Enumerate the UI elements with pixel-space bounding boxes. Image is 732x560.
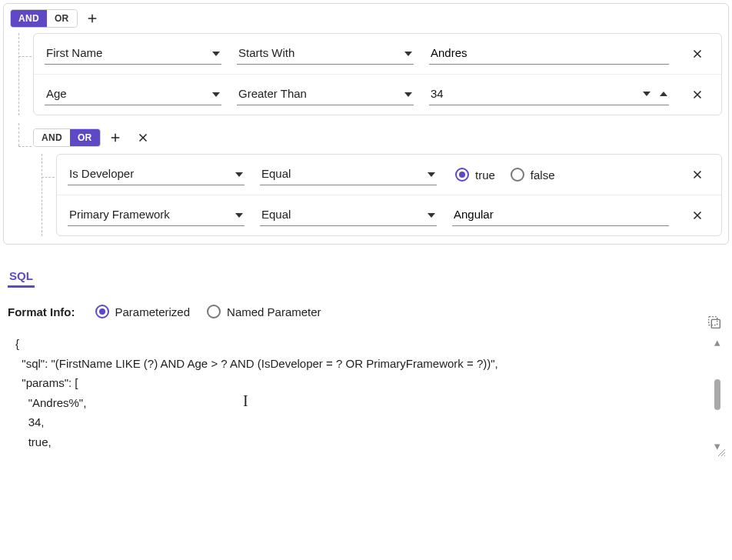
chevron-down-icon xyxy=(235,213,243,218)
nested-operator-toggle: AND OR xyxy=(33,128,101,147)
nested-group: AND OR xyxy=(33,123,722,236)
chevron-down-icon xyxy=(404,52,412,56)
operator-select-equal[interactable]: Equal xyxy=(260,164,437,185)
chevron-down-icon xyxy=(428,213,435,218)
tree-connector xyxy=(33,154,56,236)
value-input-text[interactable] xyxy=(452,205,669,226)
nested-add-button[interactable] xyxy=(102,128,128,148)
remove-condition-button[interactable] xyxy=(684,85,710,105)
rules-block: Is Developer Equal xyxy=(56,154,722,236)
nested-and-button[interactable]: AND xyxy=(34,129,70,146)
condition-row: Age Greater Than 34 xyxy=(34,75,721,115)
bool-true-radio[interactable]: true xyxy=(455,168,495,182)
nested-remove-group-button[interactable] xyxy=(130,128,156,148)
field-value: Primary Framework xyxy=(69,208,170,221)
format-info-row: Format Info: Parameterized Named Paramet… xyxy=(8,305,724,318)
output-tab-sql[interactable]: SQL xyxy=(8,266,35,288)
tree-connector xyxy=(10,33,33,115)
condition-row: Is Developer Equal xyxy=(57,155,721,195)
close-icon xyxy=(690,208,704,222)
operator-value: Equal xyxy=(261,167,291,180)
spinner-down-icon[interactable] xyxy=(643,92,650,96)
remove-condition-button[interactable] xyxy=(684,205,710,225)
field-select-age[interactable]: Age xyxy=(45,84,221,105)
close-icon xyxy=(136,131,150,145)
radio-icon xyxy=(207,305,221,318)
copy-icon[interactable] xyxy=(706,314,723,331)
format-parameterized-label: Parameterized xyxy=(115,305,191,318)
scroll-up-icon[interactable]: ▴ xyxy=(714,335,720,349)
field-select-primary-framework[interactable]: Primary Framework xyxy=(68,205,245,226)
condition-row: First Name Starts With xyxy=(34,34,721,75)
nested-or-button[interactable]: OR xyxy=(70,129,100,146)
nested-group-header: AND OR xyxy=(33,128,722,148)
operator-value: Starts With xyxy=(238,46,294,59)
root-group-header: AND OR xyxy=(10,8,722,28)
radio-icon xyxy=(455,168,469,182)
bool-true-label: true xyxy=(475,168,495,182)
field-value: Age xyxy=(46,87,67,100)
plus-icon xyxy=(108,131,122,145)
value-input-text[interactable] xyxy=(429,43,669,65)
number-value: 34 xyxy=(431,87,634,100)
operator-select-starts-with[interactable]: Starts With xyxy=(237,43,414,65)
remove-condition-button[interactable] xyxy=(684,44,710,64)
query-builder-root: AND OR First Name Starts With xyxy=(3,3,729,245)
tree-connector xyxy=(10,123,33,236)
close-icon xyxy=(690,47,704,61)
root-operator-toggle: AND OR xyxy=(10,9,78,28)
operator-select-greater-than[interactable]: Greater Than xyxy=(237,84,414,105)
field-value: Is Developer xyxy=(69,167,134,180)
radio-icon xyxy=(95,305,109,318)
condition-row: Primary Framework Equal xyxy=(57,195,721,235)
plus-icon xyxy=(85,12,99,25)
remove-condition-button[interactable] xyxy=(684,165,710,185)
radio-icon xyxy=(511,168,524,182)
value-input-boolean: true false xyxy=(452,168,669,182)
resize-handle-icon[interactable] xyxy=(714,445,726,456)
output-section: SQL Format Info: Parameterized Named Par… xyxy=(3,266,729,453)
root-add-button[interactable] xyxy=(79,8,105,28)
scrollbar[interactable]: ▴ ▾ xyxy=(710,332,724,453)
rules-block: First Name Starts With Age xyxy=(33,33,722,115)
bool-false-label: false xyxy=(531,168,555,182)
field-select-is-developer[interactable]: Is Developer xyxy=(68,164,245,185)
code-output-wrap: { "sql": "(FirstName LIKE (?) AND Age > … xyxy=(8,332,724,453)
root-and-button[interactable]: AND xyxy=(11,10,47,27)
format-named-label: Named Parameter xyxy=(227,305,321,318)
chevron-down-icon xyxy=(404,92,412,97)
text-cursor-icon: I xyxy=(243,392,248,410)
format-info-label: Format Info: xyxy=(8,305,75,318)
root-or-button[interactable]: OR xyxy=(47,10,77,27)
chevron-down-icon xyxy=(235,172,243,177)
field-select-first-name[interactable]: First Name xyxy=(45,43,221,65)
chevron-down-icon xyxy=(212,52,220,56)
chevron-down-icon xyxy=(212,92,220,97)
svg-rect-1 xyxy=(709,317,717,325)
chevron-down-icon xyxy=(428,172,435,177)
sql-output-code[interactable]: { "sql": "(FirstName LIKE (?) AND Age > … xyxy=(8,332,704,453)
spinner-up-icon[interactable] xyxy=(660,92,667,96)
value-input-number[interactable]: 34 xyxy=(429,84,669,105)
close-icon xyxy=(690,168,704,182)
operator-value: Equal xyxy=(261,208,291,221)
scroll-thumb[interactable] xyxy=(714,379,720,410)
bool-false-radio[interactable]: false xyxy=(511,168,555,182)
close-icon xyxy=(690,88,704,102)
field-value: First Name xyxy=(46,46,102,59)
format-named-parameter-radio[interactable]: Named Parameter xyxy=(207,305,321,318)
format-parameterized-radio[interactable]: Parameterized xyxy=(95,305,191,318)
operator-select-equal[interactable]: Equal xyxy=(260,205,437,226)
svg-rect-0 xyxy=(711,319,720,328)
operator-value: Greater Than xyxy=(238,87,307,100)
